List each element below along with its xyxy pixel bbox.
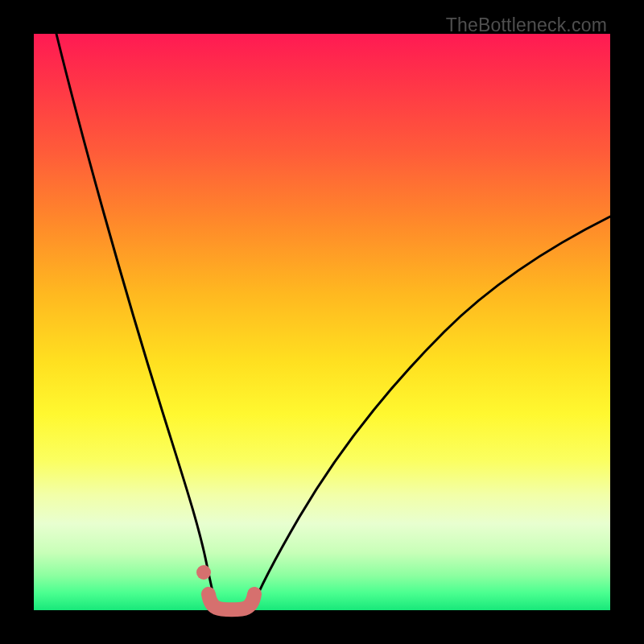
watermark-text: TheBottleneck.com [446,14,607,36]
bottom-marker [208,594,254,609]
plot-area [34,34,610,610]
stray-dot [196,565,211,580]
right-curve [251,217,610,610]
chart-frame: TheBottleneck.com [0,0,644,644]
left-curve [56,34,217,610]
chart-svg [34,34,610,610]
